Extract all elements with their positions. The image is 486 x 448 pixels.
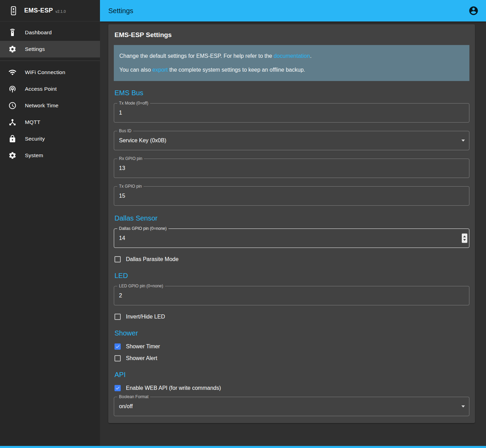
section-title-dallas: Dallas Sensor [114,214,469,222]
dallas-parasite-checkbox[interactable] [114,256,121,262]
invert-led-row[interactable]: Invert/Hide LED [114,312,469,321]
sidebar-item-label: Dashboard [25,29,52,36]
info-line-1: Change the default settings for EMS-ESP.… [119,52,464,60]
account-button[interactable] [467,4,480,18]
enable-api-label: Enable WEB API (for write commands) [126,385,221,391]
sidebar-item-label: WiFi Connection [25,69,65,75]
dashboard-icon [8,28,17,37]
dropdown-caret-icon [461,140,465,142]
settings-card: EMS-ESP Settings Change the default sett… [108,24,475,423]
wifi-icon [8,68,17,77]
tx-mode-label: Tx Mode (0=off) [117,101,150,106]
dallas-gpio-field: Dallas GPIO pin (0=none) [114,229,469,248]
shower-timer-checkbox[interactable] [114,343,121,350]
info-box: Change the default settings for EMS-ESP.… [114,45,469,81]
export-link[interactable]: export [153,67,168,73]
dallas-parasite-label: Dallas Parasite Mode [126,256,178,262]
rx-gpio-input[interactable] [114,159,469,178]
sidebar-item-security[interactable]: Security [0,131,100,147]
bus-id-label: Bus ID [117,128,133,133]
section-title-ems-bus: EMS Bus [114,89,469,97]
bottom-accent-strip [0,446,486,448]
boolean-format-label: Boolean Format [117,394,150,399]
lock-icon [8,135,17,143]
info-text: the complete system settings to keep an … [169,67,305,73]
number-spinner[interactable] [462,234,467,243]
bus-id-value: Service Key (0x0B) [114,137,166,144]
sidebar-item-system[interactable]: System [0,147,100,164]
info-text: You can also [119,67,151,73]
tx-gpio-field: Tx GPIO pin [114,186,469,206]
info-text: Change the default settings for EMS-ESP.… [119,53,272,59]
dallas-gpio-label: Dallas GPIO pin (0=none) [117,226,168,231]
boolean-format-select[interactable]: Boolean Format on/off [114,397,469,416]
bus-id-select[interactable]: Bus ID Service Key (0x0B) [114,131,469,150]
sidebar-item-mqtt[interactable]: MQTT [0,114,100,131]
checkmark-icon [115,385,120,391]
settings-gear-icon [8,45,17,53]
enable-api-checkbox[interactable] [114,385,121,391]
sidebar: EMS-ESP v2.1.0 Dashboard Settings WiFi C… [0,0,100,448]
sidebar-item-network-time[interactable]: Network Time [0,97,100,114]
app-version: v2.1.0 [55,8,66,14]
shower-alert-checkbox[interactable] [114,355,121,361]
sidebar-header: EMS-ESP v2.1.0 [0,0,100,21]
info-text: . [310,53,311,59]
account-circle-icon [468,6,479,16]
sidebar-item-label: MQTT [25,119,40,125]
app-name: EMS-ESP [24,7,53,14]
sidebar-item-label: Network Time [25,102,58,109]
sidebar-item-label: Settings [25,46,45,52]
info-line-2: You can also export the complete system … [119,66,464,74]
shower-alert-label: Shower Alert [126,355,157,361]
tx-mode-input[interactable] [114,104,469,122]
tx-mode-field: Tx Mode (0=off) [114,103,469,123]
dropdown-caret-icon [461,405,465,407]
sidebar-item-dashboard[interactable]: Dashboard [0,24,100,41]
shower-timer-row[interactable]: Shower Timer [114,342,469,351]
shower-alert-row[interactable]: Shower Alert [114,354,469,363]
shower-timer-label: Shower Timer [126,343,160,350]
sidebar-item-settings[interactable]: Settings [0,41,100,57]
section-title-led: LED [114,271,469,280]
spinner-up-icon[interactable] [463,236,466,238]
dallas-parasite-row[interactable]: Dallas Parasite Mode [114,255,469,264]
sidebar-divider [0,61,100,61]
sidebar-item-wifi-connection[interactable]: WiFi Connection [0,64,100,81]
spinner-down-icon[interactable] [463,239,466,241]
system-gear-icon [8,151,17,160]
device-hub-icon [8,118,17,126]
documentation-link[interactable]: documentation [274,53,310,59]
led-gpio-field: LED GPIO pin (0=none) [114,286,469,305]
sidebar-item-access-point[interactable]: Access Point [0,81,100,97]
sidebar-item-label: Security [25,136,45,142]
clock-icon [8,101,17,110]
sidebar-nav: Dashboard Settings WiFi Connection Acces… [0,21,100,164]
rx-gpio-field: Rx GPIO pin [114,159,469,178]
section-title-shower: Shower [114,329,469,337]
checkmark-icon [115,344,120,349]
enable-api-row[interactable]: Enable WEB API (for write commands) [114,384,469,393]
led-gpio-input[interactable] [114,286,469,305]
section-title-api: API [114,370,469,379]
page-title: Settings [108,7,467,15]
led-gpio-label: LED GPIO pin (0=none) [117,284,165,288]
invert-led-label: Invert/Hide LED [126,314,165,320]
card-title: EMS-ESP Settings [114,31,469,39]
app-bar: Settings [100,0,486,21]
app-logo-icon [8,5,19,17]
sidebar-item-label: Access Point [25,86,57,92]
main-content: EMS-ESP Settings Change the default sett… [100,0,486,423]
wifi-tethering-icon [8,85,17,93]
tx-gpio-input[interactable] [114,187,469,205]
rx-gpio-label: Rx GPIO pin [117,156,144,161]
dallas-gpio-input[interactable] [114,229,469,248]
boolean-format-value: on/off [114,403,133,410]
tx-gpio-label: Tx GPIO pin [117,184,144,189]
sidebar-item-label: System [25,152,43,159]
invert-led-checkbox[interactable] [114,314,121,320]
